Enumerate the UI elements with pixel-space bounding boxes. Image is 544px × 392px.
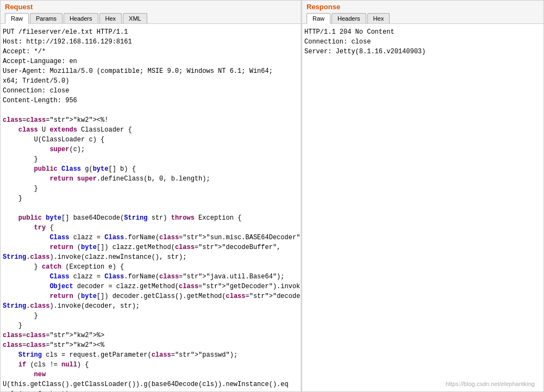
request-panel-header: Request RawParamsHeadersHexXML	[1, 1, 301, 24]
tab-raw[interactable]: Raw	[5, 13, 29, 24]
request-content-wrapper: PUT /fileserver/ele.txt HTTP/1.1 Host: h…	[1, 24, 301, 391]
response-title: Response	[307, 3, 539, 11]
response-content: HTTP/1.1 204 No Content Connection: clos…	[302, 24, 543, 60]
tab-headers[interactable]: Headers	[64, 13, 98, 23]
response-tabs: RawHeadersHex	[307, 13, 539, 23]
response-panel: Response RawHeadersHex HTTP/1.1 204 No C…	[302, 0, 544, 392]
request-content[interactable]: PUT /fileserver/ele.txt HTTP/1.1 Host: h…	[1, 24, 301, 391]
tab-raw[interactable]: Raw	[307, 13, 330, 24]
request-tabs: RawParamsHeadersHexXML	[5, 13, 296, 23]
response-content-wrapper: HTTP/1.1 204 No Content Connection: clos…	[302, 24, 543, 391]
tab-headers[interactable]: Headers	[332, 13, 366, 23]
tab-xml[interactable]: XML	[123, 13, 147, 23]
request-title: Request	[5, 3, 296, 11]
request-panel: Request RawParamsHeadersHexXML PUT /file…	[0, 0, 302, 392]
response-panel-header: Response RawHeadersHex	[302, 1, 543, 24]
tab-hex[interactable]: Hex	[367, 13, 390, 23]
watermark: https://blog.csdn.net/elephantking	[446, 381, 535, 387]
tab-params[interactable]: Params	[30, 13, 62, 23]
tab-hex[interactable]: Hex	[99, 13, 122, 23]
